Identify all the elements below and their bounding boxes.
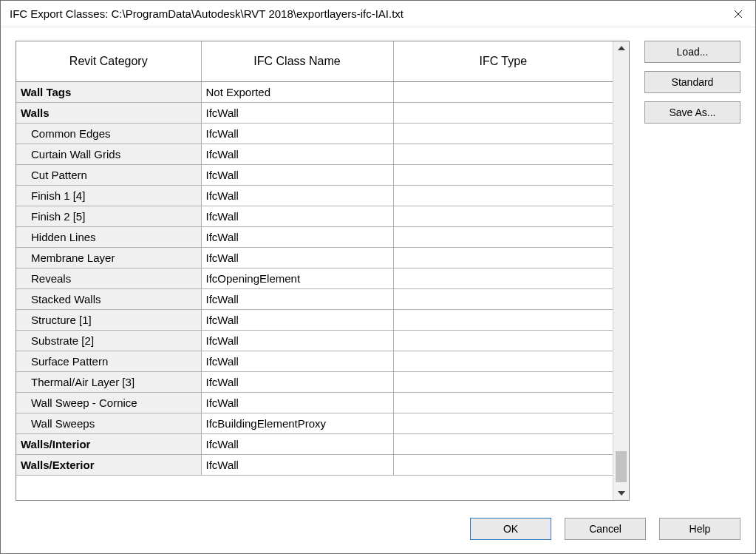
- cell-ifc-class[interactable]: IfcWall: [201, 103, 393, 124]
- cell-ifc-type[interactable]: [393, 331, 613, 351]
- cell-ifc-class[interactable]: IfcWall: [201, 351, 393, 372]
- vertical-scrollbar[interactable]: [613, 41, 629, 500]
- save-as-button[interactable]: Save As...: [644, 101, 740, 124]
- cell-ifc-type[interactable]: [393, 82, 613, 103]
- cell-category[interactable]: Wall Sweeps: [16, 413, 201, 434]
- cell-ifc-class[interactable]: IfcWall: [201, 434, 393, 455]
- cell-ifc-class[interactable]: IfcWall: [201, 186, 393, 206]
- cell-ifc-type[interactable]: [393, 372, 613, 393]
- cell-category[interactable]: Stacked Walls: [16, 289, 201, 310]
- close-button[interactable]: [721, 1, 755, 27]
- cell-category[interactable]: Walls/Exterior: [16, 455, 201, 476]
- col-header-category[interactable]: Revit Category: [16, 41, 201, 82]
- cell-category[interactable]: Wall Tags: [16, 82, 201, 103]
- cell-ifc-type[interactable]: [393, 103, 613, 124]
- cell-category[interactable]: Curtain Wall Grids: [16, 144, 201, 165]
- cell-category[interactable]: Finish 2 [5]: [16, 206, 201, 227]
- cell-ifc-type[interactable]: [393, 248, 613, 268]
- col-header-type[interactable]: IFC Type: [393, 41, 613, 82]
- cell-ifc-class[interactable]: IfcWall: [201, 124, 393, 144]
- table-row[interactable]: Common EdgesIfcWall: [16, 124, 613, 144]
- dialog-content: Revit Category IFC Class Name IFC Type W…: [1, 27, 755, 507]
- cell-ifc-class[interactable]: IfcWall: [201, 331, 393, 351]
- cell-ifc-class[interactable]: IfcWall: [201, 455, 393, 476]
- table-row[interactable]: Walls/ExteriorIfcWall: [16, 455, 613, 476]
- cell-ifc-type[interactable]: [393, 165, 613, 186]
- table-row[interactable]: Wall SweepsIfcBuildingElementProxy: [16, 413, 613, 434]
- table-container: Revit Category IFC Class Name IFC Type W…: [16, 41, 630, 501]
- table-row[interactable]: Surface PatternIfcWall: [16, 351, 613, 372]
- cell-ifc-class[interactable]: IfcWall: [201, 206, 393, 227]
- cell-ifc-type[interactable]: [393, 351, 613, 372]
- cell-ifc-class[interactable]: Not Exported: [201, 82, 393, 103]
- cell-category[interactable]: Cut Pattern: [16, 165, 201, 186]
- scroll-up-icon[interactable]: [618, 46, 625, 50]
- cell-ifc-type[interactable]: [393, 393, 613, 413]
- table-row[interactable]: Finish 1 [4]IfcWall: [16, 186, 613, 206]
- window-title: IFC Export Classes: C:\ProgramData\Autod…: [10, 7, 721, 20]
- cell-category[interactable]: Thermal/Air Layer [3]: [16, 372, 201, 393]
- cancel-button[interactable]: Cancel: [565, 518, 646, 540]
- cell-ifc-class[interactable]: IfcBuildingElementProxy: [201, 413, 393, 434]
- cell-ifc-class[interactable]: IfcWall: [201, 393, 393, 413]
- table-row[interactable]: Wall Sweep - CorniceIfcWall: [16, 393, 613, 413]
- cell-ifc-class[interactable]: IfcWall: [201, 165, 393, 186]
- cell-ifc-class[interactable]: IfcWall: [201, 372, 393, 393]
- table-row[interactable]: Membrane LayerIfcWall: [16, 248, 613, 268]
- dialog-window: IFC Export Classes: C:\ProgramData\Autod…: [0, 0, 756, 554]
- cell-ifc-type[interactable]: [393, 186, 613, 206]
- scroll-thumb[interactable]: [616, 451, 627, 482]
- cell-ifc-class[interactable]: IfcWall: [201, 144, 393, 165]
- standard-button[interactable]: Standard: [644, 71, 740, 93]
- table-row[interactable]: Wall TagsNot Exported: [16, 82, 613, 103]
- cell-ifc-type[interactable]: [393, 124, 613, 144]
- dialog-footer: OK Cancel Help: [1, 507, 755, 553]
- cell-ifc-class[interactable]: IfcWall: [201, 310, 393, 331]
- ifc-table: Revit Category IFC Class Name IFC Type W…: [16, 41, 613, 476]
- table-scroll: Revit Category IFC Class Name IFC Type W…: [16, 41, 613, 500]
- cell-category[interactable]: Reveals: [16, 268, 201, 289]
- cell-category[interactable]: Common Edges: [16, 124, 201, 144]
- cell-ifc-class[interactable]: IfcOpeningElement: [201, 268, 393, 289]
- cell-ifc-class[interactable]: IfcWall: [201, 289, 393, 310]
- help-button[interactable]: Help: [659, 518, 740, 540]
- cell-category[interactable]: Hidden Lines: [16, 227, 201, 248]
- cell-ifc-type[interactable]: [393, 455, 613, 476]
- cell-ifc-type[interactable]: [393, 310, 613, 331]
- table-row[interactable]: Hidden LinesIfcWall: [16, 227, 613, 248]
- cell-ifc-type[interactable]: [393, 144, 613, 165]
- cell-ifc-type[interactable]: [393, 206, 613, 227]
- table-row[interactable]: Cut PatternIfcWall: [16, 165, 613, 186]
- table-row[interactable]: Thermal/Air Layer [3]IfcWall: [16, 372, 613, 393]
- table-row[interactable]: Walls/InteriorIfcWall: [16, 434, 613, 455]
- cell-category[interactable]: Finish 1 [4]: [16, 186, 201, 206]
- close-icon: [734, 10, 743, 18]
- cell-ifc-type[interactable]: [393, 227, 613, 248]
- cell-ifc-type[interactable]: [393, 289, 613, 310]
- cell-category[interactable]: Walls: [16, 103, 201, 124]
- cell-category[interactable]: Membrane Layer: [16, 248, 201, 268]
- cell-ifc-class[interactable]: IfcWall: [201, 248, 393, 268]
- table-row[interactable]: WallsIfcWall: [16, 103, 613, 124]
- cell-category[interactable]: Walls/Interior: [16, 434, 201, 455]
- load-button[interactable]: Load...: [644, 41, 740, 63]
- table-row[interactable]: Finish 2 [5]IfcWall: [16, 206, 613, 227]
- table-row[interactable]: RevealsIfcOpeningElement: [16, 268, 613, 289]
- scroll-down-icon[interactable]: [618, 491, 625, 496]
- ok-button[interactable]: OK: [470, 518, 551, 540]
- cell-category[interactable]: Surface Pattern: [16, 351, 201, 372]
- cell-category[interactable]: Structure [1]: [16, 310, 201, 331]
- cell-ifc-type[interactable]: [393, 413, 613, 434]
- table-row[interactable]: Curtain Wall GridsIfcWall: [16, 144, 613, 165]
- cell-category[interactable]: Substrate [2]: [16, 331, 201, 351]
- table-row[interactable]: Structure [1]IfcWall: [16, 310, 613, 331]
- table-row[interactable]: Substrate [2]IfcWall: [16, 331, 613, 351]
- table-row[interactable]: Stacked WallsIfcWall: [16, 289, 613, 310]
- cell-ifc-type[interactable]: [393, 268, 613, 289]
- side-button-panel: Load... Standard Save As...: [644, 41, 740, 507]
- cell-ifc-class[interactable]: IfcWall: [201, 227, 393, 248]
- cell-ifc-type[interactable]: [393, 434, 613, 455]
- col-header-class[interactable]: IFC Class Name: [201, 41, 393, 82]
- titlebar: IFC Export Classes: C:\ProgramData\Autod…: [1, 1, 755, 27]
- cell-category[interactable]: Wall Sweep - Cornice: [16, 393, 201, 413]
